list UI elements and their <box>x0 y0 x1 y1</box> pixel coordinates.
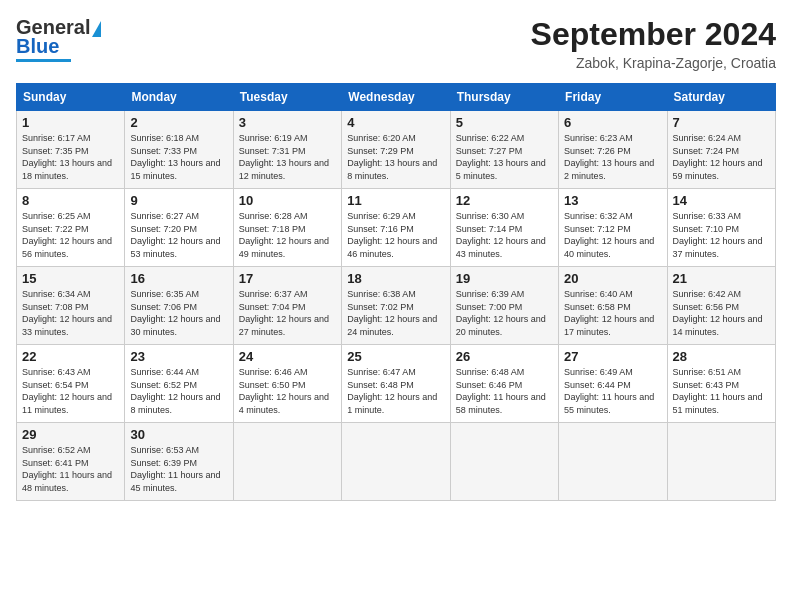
calendar-cell: 12Sunrise: 6:30 AMSunset: 7:14 PMDayligh… <box>450 189 558 267</box>
day-number: 21 <box>673 271 770 286</box>
day-detail: Sunrise: 6:48 AMSunset: 6:46 PMDaylight:… <box>456 366 553 416</box>
day-number: 9 <box>130 193 227 208</box>
page-header: General Blue September 2024 Zabok, Krapi… <box>16 16 776 71</box>
header-day-friday: Friday <box>559 84 667 111</box>
calendar-cell <box>450 423 558 501</box>
day-number: 8 <box>22 193 119 208</box>
header-row: SundayMondayTuesdayWednesdayThursdayFrid… <box>17 84 776 111</box>
week-row-3: 15Sunrise: 6:34 AMSunset: 7:08 PMDayligh… <box>17 267 776 345</box>
day-detail: Sunrise: 6:18 AMSunset: 7:33 PMDaylight:… <box>130 132 227 182</box>
day-number: 28 <box>673 349 770 364</box>
calendar-cell: 11Sunrise: 6:29 AMSunset: 7:16 PMDayligh… <box>342 189 450 267</box>
calendar-cell: 22Sunrise: 6:43 AMSunset: 6:54 PMDayligh… <box>17 345 125 423</box>
calendar-cell: 25Sunrise: 6:47 AMSunset: 6:48 PMDayligh… <box>342 345 450 423</box>
week-row-2: 8Sunrise: 6:25 AMSunset: 7:22 PMDaylight… <box>17 189 776 267</box>
day-detail: Sunrise: 6:17 AMSunset: 7:35 PMDaylight:… <box>22 132 119 182</box>
day-number: 11 <box>347 193 444 208</box>
day-detail: Sunrise: 6:32 AMSunset: 7:12 PMDaylight:… <box>564 210 661 260</box>
calendar-cell: 8Sunrise: 6:25 AMSunset: 7:22 PMDaylight… <box>17 189 125 267</box>
calendar-cell: 20Sunrise: 6:40 AMSunset: 6:58 PMDayligh… <box>559 267 667 345</box>
day-number: 10 <box>239 193 336 208</box>
day-number: 26 <box>456 349 553 364</box>
week-row-5: 29Sunrise: 6:52 AMSunset: 6:41 PMDayligh… <box>17 423 776 501</box>
calendar-cell: 17Sunrise: 6:37 AMSunset: 7:04 PMDayligh… <box>233 267 341 345</box>
day-number: 20 <box>564 271 661 286</box>
day-number: 23 <box>130 349 227 364</box>
day-detail: Sunrise: 6:20 AMSunset: 7:29 PMDaylight:… <box>347 132 444 182</box>
calendar-cell: 6Sunrise: 6:23 AMSunset: 7:26 PMDaylight… <box>559 111 667 189</box>
month-title: September 2024 <box>531 16 776 53</box>
calendar-cell <box>233 423 341 501</box>
logo: General Blue <box>16 16 101 62</box>
calendar-cell: 13Sunrise: 6:32 AMSunset: 7:12 PMDayligh… <box>559 189 667 267</box>
day-number: 27 <box>564 349 661 364</box>
calendar-cell: 28Sunrise: 6:51 AMSunset: 6:43 PMDayligh… <box>667 345 775 423</box>
calendar-cell: 24Sunrise: 6:46 AMSunset: 6:50 PMDayligh… <box>233 345 341 423</box>
calendar-cell: 2Sunrise: 6:18 AMSunset: 7:33 PMDaylight… <box>125 111 233 189</box>
day-detail: Sunrise: 6:38 AMSunset: 7:02 PMDaylight:… <box>347 288 444 338</box>
header-day-thursday: Thursday <box>450 84 558 111</box>
day-number: 19 <box>456 271 553 286</box>
logo-blue-text: Blue <box>16 35 59 58</box>
day-number: 6 <box>564 115 661 130</box>
day-detail: Sunrise: 6:37 AMSunset: 7:04 PMDaylight:… <box>239 288 336 338</box>
day-detail: Sunrise: 6:19 AMSunset: 7:31 PMDaylight:… <box>239 132 336 182</box>
calendar-cell: 16Sunrise: 6:35 AMSunset: 7:06 PMDayligh… <box>125 267 233 345</box>
day-number: 22 <box>22 349 119 364</box>
day-number: 29 <box>22 427 119 442</box>
calendar-cell: 29Sunrise: 6:52 AMSunset: 6:41 PMDayligh… <box>17 423 125 501</box>
day-detail: Sunrise: 6:27 AMSunset: 7:20 PMDaylight:… <box>130 210 227 260</box>
day-number: 4 <box>347 115 444 130</box>
calendar-cell: 21Sunrise: 6:42 AMSunset: 6:56 PMDayligh… <box>667 267 775 345</box>
day-detail: Sunrise: 6:34 AMSunset: 7:08 PMDaylight:… <box>22 288 119 338</box>
calendar-cell: 26Sunrise: 6:48 AMSunset: 6:46 PMDayligh… <box>450 345 558 423</box>
day-number: 13 <box>564 193 661 208</box>
day-detail: Sunrise: 6:43 AMSunset: 6:54 PMDaylight:… <box>22 366 119 416</box>
day-detail: Sunrise: 6:53 AMSunset: 6:39 PMDaylight:… <box>130 444 227 494</box>
day-detail: Sunrise: 6:44 AMSunset: 6:52 PMDaylight:… <box>130 366 227 416</box>
calendar-cell: 1Sunrise: 6:17 AMSunset: 7:35 PMDaylight… <box>17 111 125 189</box>
header-day-sunday: Sunday <box>17 84 125 111</box>
day-detail: Sunrise: 6:33 AMSunset: 7:10 PMDaylight:… <box>673 210 770 260</box>
day-detail: Sunrise: 6:23 AMSunset: 7:26 PMDaylight:… <box>564 132 661 182</box>
day-number: 12 <box>456 193 553 208</box>
day-number: 25 <box>347 349 444 364</box>
calendar-header: SundayMondayTuesdayWednesdayThursdayFrid… <box>17 84 776 111</box>
calendar-cell: 15Sunrise: 6:34 AMSunset: 7:08 PMDayligh… <box>17 267 125 345</box>
calendar-cell <box>667 423 775 501</box>
day-number: 16 <box>130 271 227 286</box>
day-number: 15 <box>22 271 119 286</box>
calendar-cell: 14Sunrise: 6:33 AMSunset: 7:10 PMDayligh… <box>667 189 775 267</box>
calendar-cell: 23Sunrise: 6:44 AMSunset: 6:52 PMDayligh… <box>125 345 233 423</box>
day-number: 18 <box>347 271 444 286</box>
calendar-cell: 27Sunrise: 6:49 AMSunset: 6:44 PMDayligh… <box>559 345 667 423</box>
day-number: 24 <box>239 349 336 364</box>
day-number: 2 <box>130 115 227 130</box>
day-detail: Sunrise: 6:30 AMSunset: 7:14 PMDaylight:… <box>456 210 553 260</box>
day-detail: Sunrise: 6:42 AMSunset: 6:56 PMDaylight:… <box>673 288 770 338</box>
day-detail: Sunrise: 6:25 AMSunset: 7:22 PMDaylight:… <box>22 210 119 260</box>
calendar-cell: 18Sunrise: 6:38 AMSunset: 7:02 PMDayligh… <box>342 267 450 345</box>
week-row-4: 22Sunrise: 6:43 AMSunset: 6:54 PMDayligh… <box>17 345 776 423</box>
calendar-body: 1Sunrise: 6:17 AMSunset: 7:35 PMDaylight… <box>17 111 776 501</box>
location: Zabok, Krapina-Zagorje, Croatia <box>531 55 776 71</box>
calendar-table: SundayMondayTuesdayWednesdayThursdayFrid… <box>16 83 776 501</box>
calendar-cell: 3Sunrise: 6:19 AMSunset: 7:31 PMDaylight… <box>233 111 341 189</box>
day-detail: Sunrise: 6:35 AMSunset: 7:06 PMDaylight:… <box>130 288 227 338</box>
title-section: September 2024 Zabok, Krapina-Zagorje, C… <box>531 16 776 71</box>
day-detail: Sunrise: 6:40 AMSunset: 6:58 PMDaylight:… <box>564 288 661 338</box>
day-detail: Sunrise: 6:47 AMSunset: 6:48 PMDaylight:… <box>347 366 444 416</box>
week-row-1: 1Sunrise: 6:17 AMSunset: 7:35 PMDaylight… <box>17 111 776 189</box>
day-number: 7 <box>673 115 770 130</box>
calendar-cell: 19Sunrise: 6:39 AMSunset: 7:00 PMDayligh… <box>450 267 558 345</box>
header-day-wednesday: Wednesday <box>342 84 450 111</box>
calendar-cell: 4Sunrise: 6:20 AMSunset: 7:29 PMDaylight… <box>342 111 450 189</box>
calendar-cell: 10Sunrise: 6:28 AMSunset: 7:18 PMDayligh… <box>233 189 341 267</box>
header-day-saturday: Saturday <box>667 84 775 111</box>
calendar-cell: 9Sunrise: 6:27 AMSunset: 7:20 PMDaylight… <box>125 189 233 267</box>
calendar-cell: 7Sunrise: 6:24 AMSunset: 7:24 PMDaylight… <box>667 111 775 189</box>
day-number: 3 <box>239 115 336 130</box>
day-number: 1 <box>22 115 119 130</box>
day-number: 17 <box>239 271 336 286</box>
day-detail: Sunrise: 6:29 AMSunset: 7:16 PMDaylight:… <box>347 210 444 260</box>
